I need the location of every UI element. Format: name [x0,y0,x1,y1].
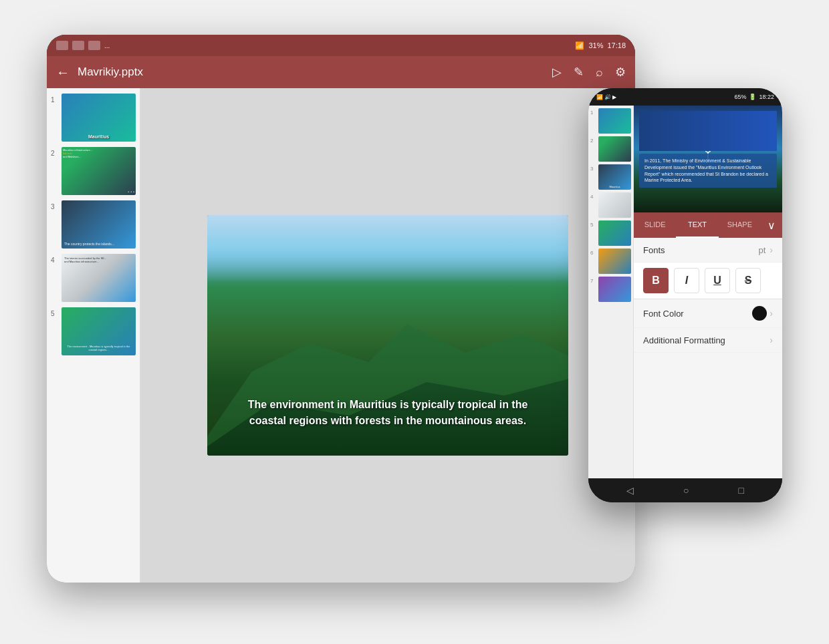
tablet-wifi-icon: 📶 [575,41,584,50]
underline-button[interactable]: U [705,268,730,293]
phone-thumb-img-7 [598,277,631,302]
phone-status-right: 65% 🔋 18:22 [734,94,774,100]
play-icon[interactable]: ▷ [552,65,562,79]
fonts-chevron-icon: › [769,245,773,255]
phone-battery-pct: 65% [734,94,746,100]
phone-slide-text: In 2011, The Ministry of Environment & S… [644,158,768,182]
phone-recents-button[interactable]: □ [739,485,744,496]
tablet: ... 📶 31% 17:18 ← Mavrikiy.pptx ▷ ✎ ⌕ ⚙ [47,35,635,583]
tablet-thumb-img-3: The country protects the islands... [62,200,136,249]
tablet-time: 17:18 [607,41,626,49]
tablet-more-icon: ... [104,42,110,49]
phone-thumb-img-5 [598,220,631,246]
tablet-main-slide: The environment in Mauritius is typicall… [140,88,635,583]
phone-home-button[interactable]: ○ [683,485,689,496]
tab-shape[interactable]: SHAPE [719,212,761,238]
tablet-status-bar: ... 📶 31% 17:18 [47,35,635,56]
format-tabs: SLIDE TEXT SHAPE ∨ [634,212,782,238]
font-color-row[interactable]: Font Color › [634,299,782,328]
tablet-status-left-icons: ... [56,41,110,50]
phone-slide-7[interactable]: 7 [590,277,631,302]
italic-button[interactable]: I [674,268,699,293]
phone-body: 1 2 3 Mauritius 4 5 [588,106,782,478]
slide-main-text: The environment in Mauritius is typicall… [234,397,542,429]
phone-time: 18:22 [759,94,774,100]
tablet-slide-thumb-5[interactable]: 5 The environment - Mauritius is typical… [51,307,136,355]
tablet-body: 1 Mauritius 2 Mauritius infrastructure..… [47,88,635,583]
tablet-status-right: 📶 31% 17:18 [575,41,626,50]
phone-slide-panel[interactable]: 1 2 3 Mauritius 4 5 [588,106,634,478]
phone-text-overlay: In 2011, The Ministry of Environment & S… [634,106,782,212]
settings-icon[interactable]: ⚙ [615,65,626,79]
pencil-icon[interactable]: ✎ [574,65,584,79]
phone-thumb-img-4 [598,192,631,218]
phone-slide-5[interactable]: 5 [590,220,631,246]
tablet-slide-thumb-4[interactable]: 4 The interior surrounded by the SE...an… [51,254,136,302]
phone-slide-view: In 2011, The Ministry of Environment & S… [634,106,782,212]
tab-text[interactable]: TEXT [676,212,718,238]
fonts-row[interactable]: Fonts pt › [634,238,782,263]
phone-thumb-img-1 [598,108,631,134]
tablet-slide-thumb-2[interactable]: 2 Mauritius infrastructure... link text … [51,147,136,195]
font-color-label: Font Color [643,309,752,319]
phone-thumb-img-2 [598,136,631,162]
phone-back-button[interactable]: ◁ [626,485,634,496]
tablet-thumb-img-1: Mauritius [62,94,136,142]
additional-formatting-label: Additional Formatting [643,335,769,345]
phone-main: In 2011, The Ministry of Environment & S… [634,106,782,478]
phone-slide-2[interactable]: 2 [590,136,631,162]
scene: ... 📶 31% 17:18 ← Mavrikiy.pptx ▷ ✎ ⌕ ⚙ [47,35,782,609]
font-color-chevron-icon: › [769,308,773,319]
file-name: Mavrikiy.pptx [78,65,544,79]
tablet-battery: 31% [588,41,603,49]
additional-formatting-chevron-icon: › [769,335,773,345]
font-color-swatch [752,306,767,321]
phone: 📶 🔊 ▶ 65% 🔋 18:22 1 2 3 [588,88,782,502]
bold-button[interactable]: B [643,268,669,293]
phone-format-panel: SLIDE TEXT SHAPE ∨ Fonts pt [634,212,782,478]
tablet-icon-3 [88,41,100,50]
slide-content: The environment in Mauritius is typicall… [207,215,568,456]
phone-slide-1[interactable]: 1 [590,108,631,134]
fonts-label: Fonts [643,245,758,255]
phone-slide-3[interactable]: 3 Mauritius [590,164,631,190]
tab-slide[interactable]: SLIDE [634,212,676,238]
toolbar-icons: ▷ ✎ ⌕ ⚙ [552,65,626,79]
tablet-icon-1 [56,41,68,50]
tablet-thumb-img-5: The environment - Mauritius is typically… [62,307,136,355]
phone-slide-6[interactable]: 6 [590,249,631,274]
phone-thumb-img-6 [598,249,631,274]
tablet-toolbar: ← Mavrikiy.pptx ▷ ✎ ⌕ ⚙ [47,56,635,88]
phone-slide-4[interactable]: 4 [590,192,631,218]
phone-thumb-img-3: Mauritius [598,164,631,190]
phone-blue-box [639,111,777,151]
strikethrough-button[interactable]: S [735,268,761,293]
phone-status-icons: 📶 🔊 ▶ [596,94,616,100]
tablet-thumb-img-4: The interior surrounded by the SE...and … [62,254,136,302]
fonts-unit: pt [758,245,765,255]
back-button[interactable]: ← [56,65,70,80]
phone-nav-bar: ◁ ○ □ [588,478,782,502]
search-icon[interactable]: ⌕ [596,65,603,79]
phone-status-bar: 📶 🔊 ▶ 65% 🔋 18:22 [588,88,782,106]
slide-text-overlay: The environment in Mauritius is typicall… [207,397,568,429]
sky-clouds [207,215,568,282]
tablet-icon-2 [72,41,84,50]
additional-formatting-row[interactable]: Additional Formatting › [634,328,782,353]
phone-text-box: In 2011, The Ministry of Environment & S… [639,154,777,188]
phone-battery-icon: 🔋 [749,94,756,100]
tablet-thumb-img-2: Mauritius infrastructure... link text an… [62,147,136,195]
tablet-slide-thumb-3[interactable]: 3 The country protects the islands... [51,200,136,249]
tab-chevron[interactable]: ∨ [761,212,782,238]
style-buttons-row: B I U S [634,263,782,299]
tablet-slide-thumb-1[interactable]: 1 Mauritius [51,94,136,142]
tablet-slide-panel[interactable]: 1 Mauritius 2 Mauritius infrastructure..… [47,88,140,583]
